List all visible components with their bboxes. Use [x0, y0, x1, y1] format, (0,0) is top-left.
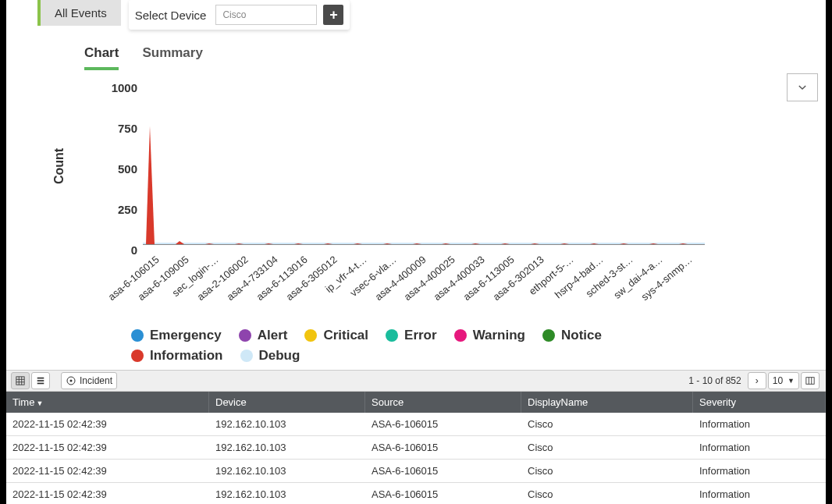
- legend-label: Emergency: [150, 328, 222, 343]
- legend-swatch: [131, 329, 144, 342]
- device-input[interactable]: [215, 5, 317, 25]
- x-axis-labels: asa-6-106015asa-6-109005sec_login-…asa-2…: [143, 249, 705, 323]
- legend-item[interactable]: Warning: [454, 328, 525, 343]
- chart-bar: [590, 243, 599, 244]
- legend-swatch: [304, 329, 317, 342]
- legend-item[interactable]: Emergency: [131, 328, 222, 343]
- grid-body: 2022-11-15 02:42:39192.162.10.103ASA-6-1…: [6, 413, 826, 504]
- legend-swatch: [239, 329, 251, 342]
- grid-toolbar: Incident 1 - 10 of 852 › 10▼: [6, 370, 826, 392]
- legend-label: Notice: [561, 328, 602, 343]
- chart-bar: [501, 243, 510, 244]
- table-row[interactable]: 2022-11-15 02:42:39192.162.10.103ASA-6-1…: [6, 413, 826, 436]
- chevron-down-icon: [797, 82, 808, 93]
- legend-item[interactable]: Critical: [304, 328, 368, 343]
- incident-icon: [66, 375, 76, 386]
- chart-bar: [294, 243, 303, 244]
- chart-bar: [324, 243, 332, 244]
- legend-label: Information: [150, 348, 223, 364]
- table-row[interactable]: 2022-11-15 02:42:39192.162.10.103ASA-6-1…: [6, 436, 826, 460]
- col-header-device[interactable]: Device: [209, 392, 365, 413]
- columns-icon: [805, 375, 815, 386]
- legend-item[interactable]: Notice: [542, 328, 602, 343]
- legend-label: Critical: [323, 328, 368, 343]
- cell-display: Cisco: [521, 436, 693, 459]
- tab-all-events[interactable]: All Events: [37, 0, 121, 26]
- cell-time: 2022-11-15 02:42:39: [6, 436, 209, 459]
- chart-bar: [471, 243, 480, 244]
- add-device-button[interactable]: +: [323, 5, 343, 25]
- cell-severity: Information: [693, 436, 826, 459]
- chart-options-button[interactable]: [787, 73, 818, 101]
- legend-swatch: [454, 329, 467, 342]
- legend-swatch: [131, 350, 144, 362]
- svg-point-9: [70, 380, 73, 382]
- grid-icon: [16, 375, 25, 386]
- incident-button[interactable]: Incident: [61, 372, 117, 389]
- cell-severity: Information: [693, 413, 826, 435]
- chart-bar: [354, 243, 362, 244]
- col-header-severity[interactable]: Severity: [693, 392, 826, 413]
- y-tick: 500: [106, 162, 137, 203]
- table-row[interactable]: 2022-11-15 02:42:39192.162.10.103ASA-6-1…: [6, 460, 826, 483]
- chart: Count 10007505002500 asa-6-106015asa-6-1…: [84, 73, 795, 370]
- plus-icon: +: [329, 7, 338, 23]
- svg-rect-0: [16, 377, 24, 385]
- legend-item[interactable]: Error: [386, 328, 437, 343]
- col-header-device-label: Device: [215, 396, 247, 408]
- table-row[interactable]: 2022-11-15 02:42:39192.162.10.103ASA-6-1…: [6, 483, 826, 504]
- chart-bar: [176, 241, 184, 244]
- chart-bar: [383, 243, 392, 244]
- tab-chart[interactable]: Chart: [84, 42, 119, 70]
- col-header-display[interactable]: DisplayName: [521, 392, 693, 413]
- page-size-select[interactable]: 10▼: [768, 372, 799, 389]
- chevron-right-icon: ›: [756, 375, 759, 386]
- y-tick: 750: [106, 122, 137, 162]
- tab-summary[interactable]: Summary: [142, 42, 202, 70]
- legend-swatch: [386, 329, 398, 342]
- page-next-button[interactable]: ›: [748, 372, 766, 389]
- col-header-time-label: Time: [12, 396, 34, 408]
- list-icon: [36, 375, 45, 386]
- cell-display: Cisco: [521, 460, 693, 482]
- cell-source: ASA-6-106015: [365, 436, 521, 459]
- cell-source: ASA-6-106015: [365, 483, 521, 504]
- caret-down-icon: ▼: [788, 377, 795, 385]
- chart-bar: [265, 243, 273, 244]
- col-header-time[interactable]: Time▼: [6, 392, 209, 413]
- col-header-source[interactable]: Source: [365, 392, 521, 413]
- cell-device: 192.162.10.103: [209, 483, 365, 504]
- col-header-severity-label: Severity: [699, 396, 736, 408]
- incident-label: Incident: [80, 375, 112, 386]
- legend-swatch: [240, 350, 253, 362]
- cell-severity: Information: [693, 460, 826, 482]
- chart-bar: [679, 243, 688, 244]
- legend-label: Error: [404, 328, 437, 343]
- view-list-button[interactable]: [31, 372, 50, 389]
- legend-label: Warning: [473, 328, 525, 343]
- legend-item[interactable]: Information: [131, 348, 223, 364]
- view-grid-button[interactable]: [11, 372, 30, 389]
- col-header-source-label: Source: [372, 396, 404, 408]
- select-device-label: Select Device: [135, 9, 207, 22]
- device-selector: Select Device +: [129, 0, 350, 30]
- cell-time: 2022-11-15 02:42:39: [6, 483, 209, 504]
- cell-source: ASA-6-106015: [365, 460, 521, 482]
- cell-display: Cisco: [521, 413, 693, 435]
- cell-time: 2022-11-15 02:42:39: [6, 413, 209, 435]
- chart-bar: [442, 243, 450, 244]
- legend-item[interactable]: Debug: [240, 348, 300, 364]
- legend-item[interactable]: Alert: [239, 328, 288, 343]
- tab-summary-label: Summary: [142, 45, 202, 60]
- pager-status: 1 - 10 of 852: [688, 375, 741, 386]
- tab-chart-label: Chart: [84, 45, 119, 60]
- cell-device: 192.162.10.103: [209, 413, 365, 435]
- chart-bar: [560, 243, 569, 244]
- chart-bar: [620, 243, 628, 244]
- sort-desc-icon: ▼: [36, 399, 43, 407]
- chart-bar: [235, 243, 244, 244]
- columns-config-button[interactable]: [801, 372, 820, 389]
- y-axis-label: Count: [52, 148, 66, 184]
- legend: EmergencyAlertCriticalErrorWarningNotice…: [131, 328, 693, 364]
- tab-all-events-label: All Events: [55, 6, 107, 20]
